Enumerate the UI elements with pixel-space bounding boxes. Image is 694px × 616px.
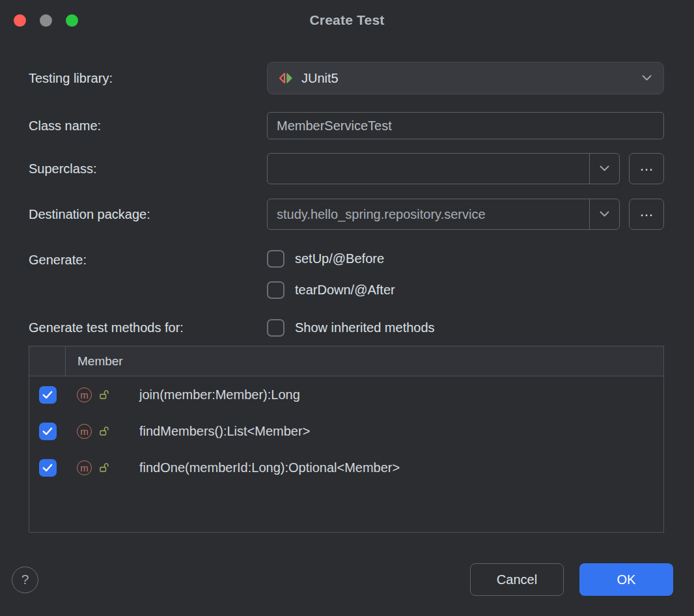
superclass-browse-button[interactable]: … (629, 153, 664, 184)
destination-package-value[interactable]: study.hello_spring.repository.service (268, 199, 589, 229)
member-signature: join(member:Member):Long (139, 387, 300, 402)
table-row[interactable]: m findMembers():List<Member> (29, 413, 663, 449)
superclass-row: Superclass: … (29, 153, 664, 184)
method-icon: m (77, 424, 92, 439)
unlocked-icon (99, 462, 109, 473)
titlebar: Create Test (0, 0, 694, 40)
superclass-label: Superclass: (29, 161, 267, 176)
class-name-input[interactable] (267, 112, 664, 139)
destination-package-label: Destination package: (29, 207, 267, 222)
create-test-dialog: Create Test Testing library: JUnit5 C (0, 0, 694, 616)
setup-before-option: setUp/@Before (267, 250, 395, 268)
generate-methods-row: Generate test methods for: Show inherite… (29, 319, 664, 337)
destination-package-combobox[interactable]: study.hello_spring.repository.service (267, 199, 620, 230)
generate-methods-label: Generate test methods for: (29, 320, 267, 335)
unlocked-icon (99, 426, 109, 436)
members-table-header: Member (29, 346, 663, 376)
junit5-icon (278, 71, 294, 85)
cancel-button[interactable]: Cancel (470, 563, 564, 596)
superclass-value[interactable] (268, 154, 589, 184)
testing-library-row: Testing library: JUnit5 (29, 62, 664, 94)
row-checkbox[interactable] (39, 386, 57, 404)
teardown-after-option: tearDown/@After (267, 281, 395, 299)
table-row[interactable]: m join(member:Member):Long (29, 376, 663, 413)
superclass-combobox[interactable] (267, 153, 620, 184)
destination-package-row: Destination package: study.hello_spring.… (29, 199, 664, 230)
table-row[interactable]: m findOne(memberId:Long):Optional<Member… (29, 449, 663, 486)
teardown-after-label: tearDown/@After (295, 283, 395, 298)
header-checkbox-column (29, 346, 66, 376)
chevron-down-icon (642, 75, 652, 81)
setup-before-checkbox[interactable] (267, 250, 285, 268)
testing-library-value: JUnit5 (301, 71, 339, 86)
destination-package-browse-button[interactable]: … (629, 199, 664, 230)
row-checkbox[interactable] (39, 423, 57, 440)
teardown-after-checkbox[interactable] (267, 281, 285, 299)
setup-before-label: setUp/@Before (295, 251, 384, 266)
generate-row: Generate: setUp/@Before tearDown/@After (29, 250, 664, 299)
unlocked-icon (99, 389, 109, 400)
generate-label: Generate: (29, 250, 267, 270)
chevron-down-icon[interactable] (589, 199, 619, 229)
dialog-footer: ? Cancel OK (0, 550, 694, 616)
member-signature: findOne(memberId:Long):Optional<Member> (139, 460, 400, 475)
member-column-header: Member (66, 346, 123, 376)
chevron-down-icon[interactable] (589, 154, 619, 184)
class-name-row: Class name: (29, 112, 664, 139)
help-button[interactable]: ? (12, 567, 38, 593)
method-icon: m (77, 387, 92, 402)
member-signature: findMembers():List<Member> (139, 424, 310, 439)
testing-library-label: Testing library: (29, 71, 267, 86)
row-checkbox[interactable] (39, 459, 57, 477)
show-inherited-label: Show inherited methods (295, 320, 435, 335)
show-inherited-checkbox[interactable] (267, 319, 285, 337)
members-table: Member m join(member:Member):Long (29, 346, 664, 533)
ok-button[interactable]: OK (579, 563, 673, 596)
show-inherited-option: Show inherited methods (267, 319, 435, 337)
class-name-label: Class name: (29, 119, 267, 133)
method-icon: m (77, 460, 92, 475)
window-title: Create Test (0, 0, 694, 40)
testing-library-dropdown[interactable]: JUnit5 (267, 62, 664, 94)
dialog-content: Testing library: JUnit5 Class name: (0, 40, 694, 550)
